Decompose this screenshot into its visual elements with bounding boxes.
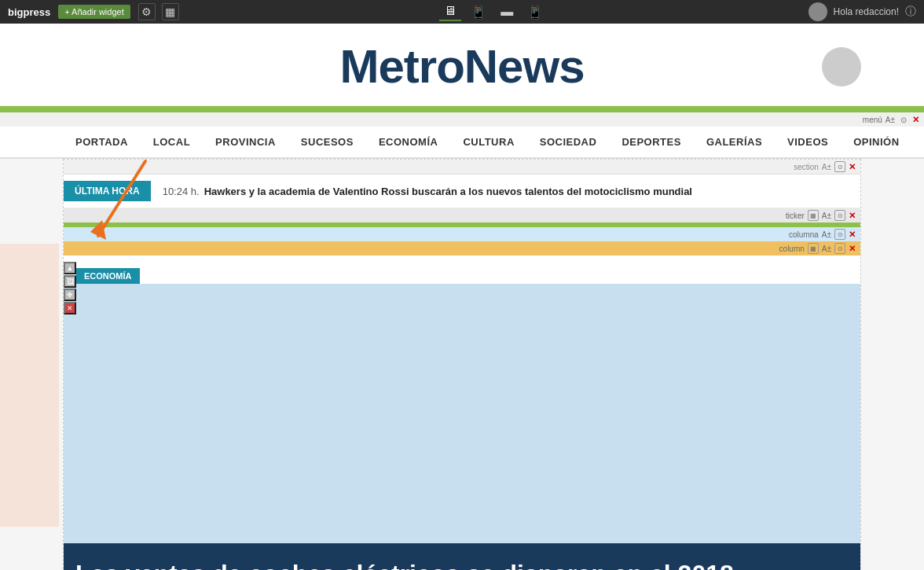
nav-item-galerias[interactable]: GALERÍAS [694, 127, 775, 157]
ctrl-remove[interactable]: ✕ [64, 302, 76, 314]
ticker-grid-icon[interactable]: ▦ [808, 210, 819, 221]
column-label: column [779, 245, 805, 253]
nav-item-provincia[interactable]: PROVINCIA [203, 127, 288, 157]
desktop-icon[interactable]: 🖥 [439, 2, 461, 21]
admin-bar-left: bigpress + Añadir widget ⚙ ▦ [8, 3, 179, 20]
ticker-label: ticker [786, 211, 805, 220]
brand-label: bigpress [8, 6, 50, 18]
ultima-hora-badge: ÚLTIMA HORA [64, 181, 151, 201]
nav-link-videos[interactable]: VIDEOS [775, 127, 841, 157]
nav-link-opinion[interactable]: OPINIÓN [841, 127, 911, 157]
category-area: ECONOMÍA [64, 256, 860, 284]
nav-item-opinion[interactable]: OPINIÓN [841, 127, 911, 157]
ticker-close-button[interactable]: ✕ [849, 211, 856, 221]
section-settings-icon[interactable]: ⊙ [834, 161, 845, 172]
article-title: Las ventas de coches eléctricos se dispa… [75, 559, 849, 570]
ticker-settings-icon[interactable]: ⊙ [834, 210, 845, 221]
ticker-bar: ÚLTIMA HORA 10:24 h. Hawkers y la academ… [64, 175, 860, 208]
article-image [64, 284, 860, 543]
column-settings-icon[interactable]: ⊙ [834, 243, 845, 254]
greeting-text: Hola redaccion! [834, 6, 899, 17]
economia-badge: ECONOMÍA [76, 268, 140, 284]
nav-link-provincia[interactable]: PROVINCIA [203, 127, 288, 157]
nav-link-economia[interactable]: ECONOMÍA [366, 127, 451, 157]
column-grid-icon[interactable]: ▦ [808, 243, 819, 254]
mobile-icon[interactable]: 📱 [522, 3, 548, 21]
admin-bar: bigpress + Añadir widget ⚙ ▦ 🖥 📱 ▬ 📱 Hol… [0, 0, 924, 24]
admin-menu-bar: menú A± ⊙ ✕ [0, 112, 924, 127]
add-widget-button[interactable]: + Añadir widget [58, 5, 130, 19]
ticker-text-strong: Hawkers y la academia de Valentino Rossi… [204, 186, 692, 197]
article-left-controls: ▲ 🖼 ✥ ✕ [64, 262, 76, 314]
section-wrapper: section A± ⊙ ✕ ÚLTIMA HORA 10:24 h. Hawk… [63, 159, 861, 570]
section-close-button[interactable]: ✕ [849, 162, 856, 172]
menu-label: menú [863, 116, 882, 124]
settings-icon[interactable]: ⚙ [138, 3, 156, 20]
ticker-a-label: A± [822, 211, 831, 220]
ticker-admin-bar: ticker ▦ A± ⊙ ✕ [64, 208, 860, 222]
menu-settings-icon[interactable]: ⊙ [898, 114, 909, 125]
info-icon[interactable]: ⓘ [905, 5, 916, 19]
nav-item-economia[interactable]: ECONOMÍA [366, 127, 451, 157]
nav-link-galerias[interactable]: GALERÍAS [694, 127, 775, 157]
columna-label: columna [789, 230, 819, 239]
column-close-button[interactable]: ✕ [849, 244, 856, 254]
grid-icon[interactable]: ▦ [162, 3, 179, 20]
nav-item-sociedad[interactable]: SOCIEDAD [527, 127, 610, 157]
tablet-icon[interactable]: 📱 [466, 3, 491, 21]
columna-a-label: A± [822, 230, 831, 239]
green-stripe [0, 106, 924, 112]
nav-item-portada[interactable]: PORTADA [63, 127, 141, 157]
nav-link-deportes[interactable]: DEPORTES [609, 127, 694, 157]
article-section: ▲ 🖼 ✥ ✕ ECONOMÍA Las ventas de coches el… [64, 256, 860, 570]
wide-icon[interactable]: ▬ [496, 3, 518, 20]
columna-admin-bar: columna A± ⊙ ✕ [64, 227, 860, 241]
column-a-label: A± [822, 245, 831, 253]
site-title: MetroNews [0, 39, 924, 94]
nav-link-local[interactable]: LOCAL [141, 127, 203, 157]
nav-item-videos[interactable]: VIDEOS [775, 127, 841, 157]
nav-list: PORTADA LOCAL PROVINCIA SUCESOS ECONOMÍA… [63, 127, 861, 157]
section-label: section [794, 163, 819, 171]
ticker-time: 10:24 h. [163, 186, 200, 197]
ctrl-move[interactable]: ✥ [64, 289, 76, 301]
main-nav: PORTADA LOCAL PROVINCIA SUCESOS ECONOMÍA… [0, 127, 924, 159]
ctrl-up[interactable]: ▲ [64, 262, 76, 274]
columna-settings-icon[interactable]: ⊙ [834, 229, 845, 240]
admin-icon-group: ⚙ ▦ [138, 3, 179, 20]
nav-link-cultura[interactable]: CULTURA [450, 127, 526, 157]
menu-a-label: A± [886, 116, 895, 124]
columna-close-button[interactable]: ✕ [849, 230, 856, 240]
column-admin-bar: column ▦ A± ⊙ ✕ [64, 241, 860, 256]
nav-link-sucesos[interactable]: SUCESOS [288, 127, 366, 157]
avatar [808, 2, 827, 21]
nav-item-local[interactable]: LOCAL [141, 127, 203, 157]
article-caption: Las ventas de coches eléctricos se dispa… [64, 543, 860, 570]
ticker-text: Hawkers y la academia de Valentino Rossi… [204, 186, 692, 197]
section-a-label: A± [822, 163, 831, 171]
admin-bar-right: Hola redaccion! ⓘ [808, 2, 916, 21]
nav-item-sucesos[interactable]: SUCESOS [288, 127, 366, 157]
nav-item-cultura[interactable]: CULTURA [450, 127, 526, 157]
site-header: MetroNews [0, 24, 924, 106]
nav-item-deportes[interactable]: DEPORTES [609, 127, 694, 157]
section-admin-bar: section A± ⊙ ✕ [64, 160, 860, 175]
nav-link-sociedad[interactable]: SOCIEDAD [527, 127, 610, 157]
device-selector: 🖥 📱 ▬ 📱 [439, 2, 548, 21]
content-area: section A± ⊙ ✕ ÚLTIMA HORA 10:24 h. Hawk… [0, 159, 924, 570]
menu-close-button[interactable]: ✕ [912, 115, 919, 125]
nav-link-portada[interactable]: PORTADA [63, 127, 141, 157]
ctrl-img[interactable]: 🖼 [64, 275, 76, 288]
header-avatar [822, 47, 861, 86]
